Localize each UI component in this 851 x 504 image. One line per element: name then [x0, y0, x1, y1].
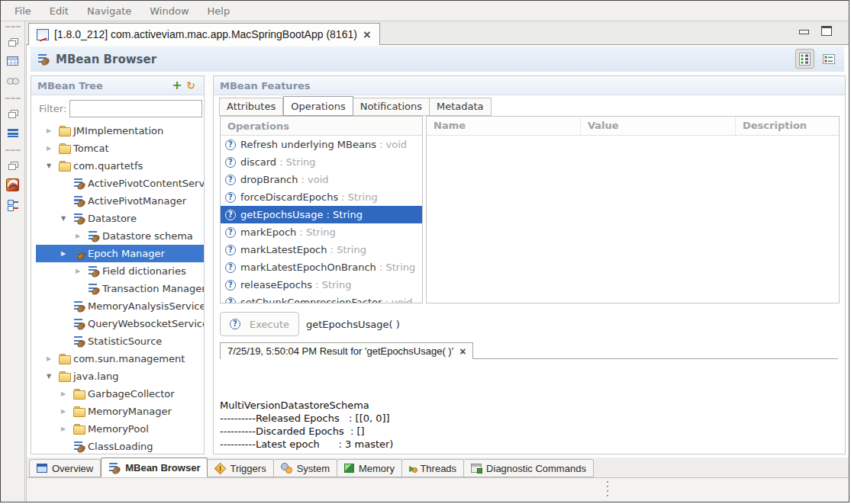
tab-attributes[interactable]: Attributes	[219, 98, 283, 116]
tab-operations[interactable]: Operations	[283, 96, 353, 116]
cascade-windows-icon[interactable]	[5, 157, 21, 172]
chevron-down-icon[interactable]: ▼	[61, 215, 73, 222]
chevron-down-icon[interactable]: ▼	[47, 373, 59, 380]
chevron-right-icon[interactable]: ▶	[47, 355, 59, 362]
tab-notifications[interactable]: Notifications	[353, 98, 430, 116]
chevron-right-icon[interactable]: ▶	[61, 250, 73, 257]
tab-mbean-browser[interactable]: MBean Browser	[101, 457, 208, 477]
tree-item[interactable]: ▶MemoryPool	[31, 420, 204, 438]
tree-item[interactable]: ▶com.sun.management	[31, 350, 204, 368]
chevron-right-icon[interactable]: ▶	[61, 408, 73, 415]
chevron-right-icon[interactable]: ▶	[76, 233, 88, 239]
tree-item[interactable]: ▼Datastore	[31, 210, 204, 227]
grid-view-toggle[interactable]	[795, 49, 814, 69]
folder-icon	[59, 126, 71, 136]
tree-item[interactable]: ▶Tomcat	[31, 140, 204, 157]
operation-item[interactable]: ?setChunkCompressionFactor : void	[221, 294, 422, 303]
chevron-right-icon[interactable]: ▶	[47, 145, 59, 152]
operation-item[interactable]: ?releaseEpochs : String	[221, 276, 422, 294]
tree-item[interactable]: ▶Field dictionaries	[31, 262, 204, 280]
menu-bar: File Edit Navigate Window Help	[1, 1, 849, 21]
chevron-right-icon[interactable]: ▶	[61, 425, 73, 432]
tree-item[interactable]: ActivePivotManager	[31, 192, 204, 210]
menu-help[interactable]: Help	[200, 3, 238, 19]
feature-tabs: Attributes Operations Notifications Meta…	[219, 97, 492, 116]
folder-icon	[73, 406, 85, 416]
tab-memory[interactable]: Memory	[337, 459, 402, 477]
document-tab[interactable]: [1.8.0_212] com.activeviam.mac.app.MacSp…	[28, 23, 380, 45]
operation-item[interactable]: ?Refresh underlying MBeans : void	[221, 136, 422, 153]
refresh-icon[interactable]: ↻	[184, 80, 198, 91]
bottom-strip	[27, 478, 849, 502]
menu-window[interactable]: Window	[142, 3, 196, 19]
cascade-windows-icon[interactable]	[5, 34, 21, 49]
tree-item[interactable]: ▶JMImplementation	[31, 122, 204, 140]
toolbar-separator	[5, 149, 21, 151]
operation-item[interactable]: ?markLatestEpoch : String	[221, 241, 422, 258]
maximize-icon[interactable]	[821, 26, 832, 36]
bottom-tab-bar: Overview MBean Browser !Triggers System …	[27, 457, 849, 478]
table-view-icon[interactable]	[5, 53, 21, 69]
execute-button-label: Execute	[250, 319, 289, 330]
operation-name: dropBranch	[240, 174, 298, 185]
execute-button[interactable]: ? Execute	[220, 312, 299, 336]
tab-metadata[interactable]: Metadata	[430, 98, 492, 116]
tree-item[interactable]: ▼java.lang	[31, 368, 204, 385]
document-tab-bar: [1.8.0_212] com.activeviam.mac.app.MacSp…	[26, 21, 849, 45]
operation-item[interactable]: ?markLatestEpochOnBranch : String	[221, 258, 422, 276]
operation-item[interactable]: ?discard : String	[221, 153, 422, 171]
menu-navigate[interactable]: Navigate	[79, 3, 139, 19]
tree-item[interactable]: ActivePivotContentServi	[31, 175, 204, 192]
tree-item[interactable]: ▶Datastore schema	[31, 227, 204, 245]
tree-item-label: Epoch Manager	[88, 248, 165, 259]
tree-item[interactable]: ClassLoading	[31, 438, 204, 454]
result-tab-filler	[473, 342, 838, 359]
tab-triggers[interactable]: !Triggers	[208, 459, 273, 477]
properties-icon[interactable]	[5, 197, 21, 212]
triggers-icon: !	[214, 463, 225, 474]
recorder-icon[interactable]	[5, 73, 21, 88]
chevron-down-icon[interactable]: ▼	[47, 162, 59, 169]
chevron-right-icon[interactable]: ▶	[61, 390, 73, 397]
splitter-grip[interactable]	[606, 481, 609, 498]
chevron-right-icon[interactable]: ▶	[76, 268, 88, 274]
list-view-toggle[interactable]	[819, 49, 838, 69]
mbean-tree-header: MBean Tree + ↻	[31, 76, 204, 95]
memory-icon	[344, 464, 354, 473]
mbean-icon	[108, 462, 121, 474]
help-icon: ?	[225, 245, 236, 255]
tab-label: MBean Browser	[125, 462, 200, 474]
visualvm-logo-icon[interactable]	[5, 177, 21, 192]
page-title: MBean Browser	[56, 53, 156, 66]
operation-item[interactable]: ?dropBranch : void	[221, 171, 422, 188]
filter-input[interactable]	[69, 100, 202, 117]
list-view-icon[interactable]	[5, 125, 21, 140]
tree-item-selected[interactable]: ▶Epoch Manager	[36, 245, 204, 262]
tree-item[interactable]: ▼com.quartetfs	[31, 157, 204, 175]
minimize-icon[interactable]	[799, 30, 809, 34]
tree-item[interactable]: MemoryAnalysisService	[31, 297, 204, 315]
tree-item[interactable]: Transaction Manager	[31, 280, 204, 297]
tree-item[interactable]: ▶GarbageCollector	[31, 385, 204, 403]
tree-item[interactable]: StatisticSource	[31, 332, 204, 350]
operation-item[interactable]: ?markEpoch : String	[221, 223, 422, 241]
chevron-right-icon[interactable]: ▶	[47, 127, 59, 134]
tab-system[interactable]: System	[274, 459, 337, 477]
operation-item-selected[interactable]: ?getEpochsUsage : String	[221, 206, 422, 223]
tab-diagnostic-commands[interactable]: Diagnostic Commands	[464, 459, 594, 477]
close-icon[interactable]: ×	[363, 30, 372, 39]
cascade-windows-icon[interactable]	[5, 105, 21, 120]
tab-overview[interactable]: Overview	[29, 459, 101, 477]
tree-item-label: GarbageCollector	[88, 388, 175, 400]
column-name: Name	[427, 117, 581, 135]
menu-edit[interactable]: Edit	[42, 3, 76, 19]
add-connection-icon[interactable]: +	[170, 80, 184, 91]
close-icon[interactable]: ×	[459, 347, 466, 356]
tree-item[interactable]: QueryWebsocketService	[31, 315, 204, 332]
menu-file[interactable]: File	[7, 3, 39, 19]
operation-item[interactable]: ?forceDiscardEpochs : String	[221, 188, 422, 206]
tree-item[interactable]: ▶MemoryManager	[31, 403, 204, 420]
toolbar-separator	[5, 26, 21, 27]
tab-threads[interactable]: ▶Threads	[402, 459, 464, 477]
result-tab[interactable]: 7/25/19, 5:50:04 PM Result for 'getEpoch…	[220, 342, 473, 359]
